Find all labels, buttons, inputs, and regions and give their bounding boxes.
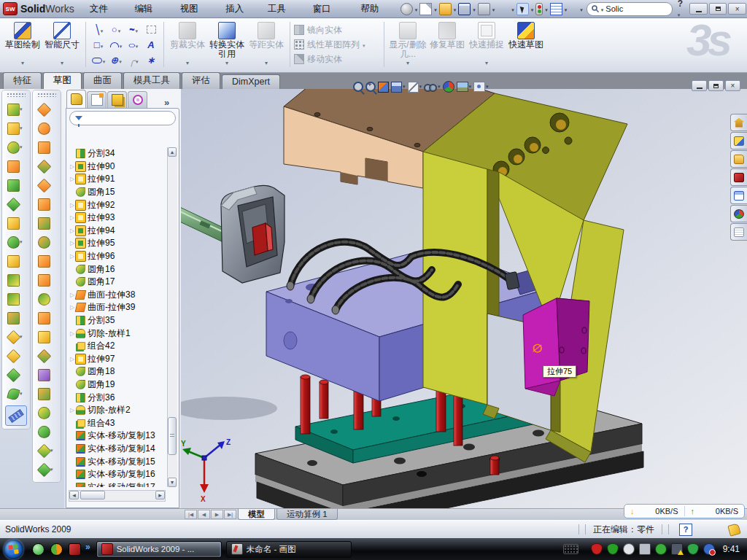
- sync-center[interactable]: [655, 543, 667, 555]
- expand-arrow-icon[interactable]: [69, 163, 76, 170]
- sheet-nav-button[interactable]: |◀: [185, 510, 197, 519]
- rib[interactable]: [7, 255, 20, 268]
- expand-arrow-icon[interactable]: [69, 176, 76, 182]
- display-delete-relations-button[interactable]: 显示/删除几...: [388, 20, 427, 66]
- pin[interactable]: [400, 3, 413, 15]
- shell[interactable]: [7, 179, 20, 192]
- task-pane-tab[interactable]: [730, 150, 747, 168]
- menu-item[interactable]: 插入(I): [217, 0, 260, 18]
- insert-mold-folder[interactable]: [38, 293, 50, 306]
- sketch-fillet-tool[interactable]: ╭: [125, 52, 142, 68]
- scroll-thumb[interactable]: [168, 417, 177, 455]
- undercut-analysis[interactable]: [38, 141, 50, 154]
- command-tab[interactable]: 模具工具: [123, 72, 180, 89]
- dropdown-caret-icon[interactable]: [135, 55, 139, 66]
- menu-item[interactable]: 窗口(W): [305, 0, 353, 18]
- expand-arrow-icon[interactable]: [69, 214, 76, 221]
- dropdown-caret-icon[interactable]: [20, 125, 25, 131]
- undo[interactable]: [497, 3, 509, 15]
- dropdown-caret-icon[interactable]: [402, 84, 406, 90]
- delete-body[interactable]: [7, 330, 21, 344]
- dropdown-caret-icon[interactable]: [468, 84, 472, 90]
- save[interactable]: [458, 3, 471, 15]
- dropdown-caret-icon[interactable]: [100, 39, 104, 50]
- sketch-button[interactable]: 草图绘制: [3, 20, 42, 66]
- tree-vertical-scrollbar[interactable]: [167, 147, 177, 487]
- tree-item[interactable]: 实体-移动/复制13: [69, 429, 169, 443]
- security-suite[interactable]: [50, 543, 63, 556]
- sheet-tab[interactable]: 模型: [238, 509, 275, 520]
- reference-geometry[interactable]: [7, 368, 21, 382]
- graphics-viewport[interactable]: ∅ Y Z X: [181, 89, 747, 508]
- tree-item[interactable]: 拉伸91: [69, 173, 169, 186]
- tree-item[interactable]: 拉伸90: [69, 160, 169, 174]
- selection-box-tool[interactable]: [142, 22, 160, 37]
- panel-tab[interactable]: [87, 91, 107, 108]
- tree-item[interactable]: 实体-移动/复制15: [69, 455, 169, 468]
- taskbar-window-button[interactable]: 未命名 - 画图: [226, 541, 352, 558]
- cavity[interactable]: [38, 255, 50, 268]
- section-view[interactable]: [378, 82, 389, 93]
- trim-entities-button[interactable]: 剪裁实体: [168, 20, 207, 66]
- menu-item[interactable]: 帮助(H): [353, 0, 399, 18]
- doc-restore-button[interactable]: [708, 80, 724, 91]
- extruded-cut[interactable]: [7, 122, 20, 135]
- open[interactable]: [439, 3, 452, 15]
- sheet-nav-button[interactable]: ◀: [198, 510, 210, 519]
- quick-tips-icon[interactable]: ?: [679, 524, 692, 536]
- tree-item[interactable]: 分割36: [69, 391, 169, 404]
- doc-close-button[interactable]: ×: [725, 80, 740, 91]
- taskbar-window-button[interactable]: SolidWorks 2009 - ...: [96, 541, 222, 558]
- command-tab[interactable]: 评估: [182, 72, 220, 89]
- dropdown-caret-icon[interactable]: [21, 60, 24, 66]
- fillet[interactable]: [7, 141, 20, 154]
- spline-tool[interactable]: ~: [125, 22, 142, 37]
- select[interactable]: [516, 3, 529, 15]
- dropdown-caret-icon[interactable]: [20, 144, 25, 150]
- scroll-down-arrow[interactable]: [168, 478, 177, 487]
- options[interactable]: [550, 3, 562, 15]
- update-manager[interactable]: [623, 543, 635, 555]
- tooling-split[interactable]: [38, 217, 50, 230]
- swept-boss[interactable]: [7, 160, 20, 173]
- dropdown-caret-icon[interactable]: [20, 239, 25, 245]
- rebuild[interactable]: [535, 3, 543, 15]
- tree-item[interactable]: 拉伸94: [69, 225, 169, 238]
- dropdown-caret-icon[interactable]: [406, 60, 409, 66]
- scale[interactable]: [38, 274, 50, 287]
- task-pane-tab[interactable]: [730, 223, 747, 241]
- expand-arrow-icon[interactable]: [69, 240, 76, 246]
- toolbar-grip[interactable]: [37, 93, 56, 97]
- scroll-right-arrow[interactable]: [155, 491, 165, 499]
- sheet-nav-button[interactable]: ▶: [211, 510, 223, 519]
- parting-lines[interactable]: [37, 159, 52, 174]
- move-copy-body[interactable]: [7, 312, 20, 324]
- measure-tool-pressed[interactable]: [5, 405, 27, 426]
- extend-surface[interactable]: [38, 388, 50, 400]
- minimize-button[interactable]: [689, 3, 708, 15]
- repair-sketch-button[interactable]: 修复草图: [427, 20, 467, 66]
- quick-launch-chevron[interactable]: »: [85, 542, 90, 552]
- core[interactable]: [38, 236, 50, 249]
- curves[interactable]: [7, 387, 20, 401]
- polygon-tool[interactable]: ⊕: [107, 52, 125, 68]
- menu-item[interactable]: 文件(F): [82, 0, 127, 18]
- sheet-nav-button[interactable]: ▶|: [224, 510, 236, 519]
- rapid-sketch-button[interactable]: 快速草图: [506, 20, 546, 66]
- dropdown-caret-icon[interactable]: [117, 24, 121, 35]
- linear-sketch-pattern-button[interactable]: 线性草图阵列: [294, 37, 380, 52]
- tree-item[interactable]: 实体-移动/复制16: [69, 468, 169, 481]
- menu-item[interactable]: 工具(T): [260, 0, 305, 18]
- panel-tab[interactable]: [66, 90, 86, 108]
- tree-item[interactable]: 拉伸93: [69, 211, 169, 225]
- task-pane-tab[interactable]: [730, 205, 747, 222]
- tree-item[interactable]: 拉伸95: [69, 237, 169, 250]
- move-entities-button[interactable]: 移动实体: [294, 52, 380, 66]
- extruded-boss[interactable]: [7, 104, 20, 116]
- spline-surface[interactable]: [37, 462, 52, 477]
- offset-entities-button[interactable]: 等距实体: [247, 20, 286, 66]
- volume[interactable]: [639, 543, 651, 555]
- search-input[interactable]: Solic: [605, 4, 623, 13]
- expand-arrow-icon[interactable]: [69, 356, 76, 362]
- menu-item[interactable]: 编辑(E): [126, 0, 171, 18]
